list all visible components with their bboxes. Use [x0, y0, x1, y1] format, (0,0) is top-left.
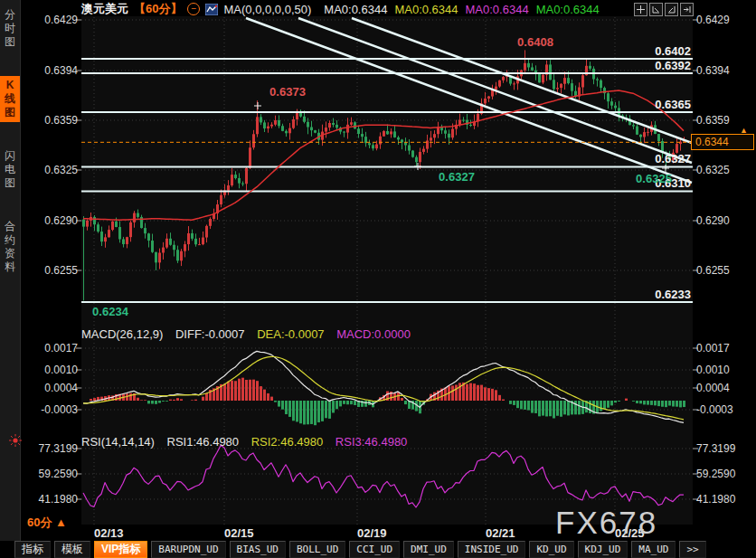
- chart-rect: [162, 401, 165, 402]
- toolbar-tab-boll_ud[interactable]: BOLL_UD: [289, 541, 345, 558]
- chart-rect: [603, 401, 606, 409]
- chart-rect: [118, 227, 121, 239]
- ma-values: MA0:0.6344MA0:0.6344MA0:0.6344MA0:0.6344: [317, 3, 599, 16]
- chart-rect: [657, 401, 660, 406]
- chart-rect: [299, 113, 302, 117]
- toolbar-tab-inside_ud[interactable]: INSIDE_UD: [458, 541, 526, 558]
- chart-rect: [545, 401, 548, 416]
- chart-rect: [513, 401, 515, 405]
- chart-rect: [607, 93, 610, 101]
- chart-rect: [430, 137, 432, 140]
- chart-rect: [379, 137, 382, 145]
- chart-rect: [542, 75, 544, 83]
- axis-label: 59.2590: [696, 468, 754, 480]
- toolbar-tab-kdj_ud[interactable]: KDJ_UD: [578, 541, 628, 558]
- chart-rect: [556, 88, 559, 89]
- time-label: 02/15: [224, 526, 254, 540]
- toolbar-tab-ma_ud[interactable]: MA_UD: [631, 541, 676, 558]
- chart-rect: [346, 401, 349, 404]
- macd-value: MACD:0.0000: [336, 327, 411, 341]
- chart-rect: [310, 401, 313, 424]
- chart-rect: [158, 252, 161, 262]
- axis-label: 0.0004: [696, 382, 754, 394]
- macd-header: MACD(26,12,9) DIFF:-0.0007 DEA:-0.0007 M…: [81, 327, 420, 341]
- chart-rect: [618, 401, 620, 402]
- chart-rect: [180, 399, 183, 401]
- price-annotation: 0.6327: [439, 170, 475, 184]
- chart-rect: [520, 401, 523, 409]
- sidebar-item-4[interactable]: 合约资料: [0, 217, 20, 277]
- chart-rect: [238, 379, 241, 401]
- sidebar-item-2[interactable]: K线图: [0, 76, 20, 122]
- toolbar-tab-[interactable]: 模板: [54, 541, 90, 558]
- chart-rect: [285, 401, 288, 414]
- axis-label: -0.0003: [22, 403, 78, 416]
- chart-rect: [314, 401, 317, 425]
- scroll-latest-arrow[interactable]: ▲: [740, 126, 748, 135]
- chart-rect: [147, 401, 150, 403]
- toolbar-tab-[interactable]: 指标: [14, 541, 51, 558]
- axis-label: 0.6429: [696, 14, 754, 26]
- collapse-icon[interactable]: −: [187, 3, 200, 15]
- sidebar-item-1[interactable]: 分时图: [0, 5, 20, 52]
- chart-rect: [173, 245, 175, 250]
- toolbar-tab-[interactable]: >>: [679, 541, 705, 558]
- chart-rect: [589, 66, 591, 69]
- sidebar-item-char: 图: [5, 176, 15, 190]
- chart-rect: [639, 135, 642, 137]
- sidebar-item-char: K: [6, 79, 14, 92]
- toolbar-tab-vip[interactable]: VIP指标: [94, 541, 147, 558]
- toolbar-tab-cci_ud[interactable]: CCI_UD: [349, 541, 400, 558]
- chart-rect: [155, 252, 157, 263]
- chart-rect: [151, 401, 154, 404]
- chart-rect: [498, 80, 501, 87]
- toolbar-tab-barupdn_ud[interactable]: BARUPDN_UD: [151, 541, 225, 558]
- sidebar-item-3[interactable]: 闪电图: [0, 147, 20, 193]
- scale-x-icon[interactable]: [649, 3, 663, 16]
- chart-rect: [191, 400, 194, 401]
- chart-rect: [249, 147, 251, 168]
- chart-rect: [498, 395, 501, 401]
- chart-rect: [534, 401, 537, 413]
- chart-rect: [335, 125, 338, 128]
- scale-reset-icon[interactable]: [680, 3, 694, 16]
- timeframe-label[interactable]: 60分 ▲: [27, 515, 67, 531]
- chart-rect: [317, 401, 320, 422]
- pan-icon[interactable]: [634, 3, 647, 16]
- chart-rect: [97, 224, 99, 232]
- chart-rect: [126, 237, 128, 244]
- chart-rect: [422, 149, 425, 152]
- chart-rect: [205, 393, 208, 401]
- ma-settings-label: MA(0,0,0,0,0,50): [223, 3, 311, 16]
- sidebar-item-char: 分: [5, 8, 15, 22]
- toolbar-tab-bias_ud[interactable]: BIAS_UD: [230, 541, 286, 558]
- chart-rect: [122, 239, 125, 244]
- toolbar-tab-kd_ud[interactable]: KD_UD: [529, 541, 573, 558]
- chart-rect: [234, 381, 237, 401]
- scale-y-icon[interactable]: [665, 3, 678, 16]
- chart-rect: [553, 401, 555, 418]
- chart-rect: [495, 390, 497, 401]
- chart-rect: [339, 401, 342, 406]
- alert-icon[interactable]: [8, 433, 23, 451]
- ma-value-3: MA0:0.6344: [536, 3, 600, 16]
- chart-rect: [354, 401, 356, 405]
- time-label: 02/19: [357, 526, 387, 540]
- chart-canvas[interactable]: [0, 0, 756, 541]
- axis-label: 0.6325: [22, 164, 78, 176]
- chart-rect: [93, 398, 96, 401]
- chart-rect: [231, 381, 233, 401]
- chart-rect: [643, 401, 646, 404]
- watermark: FX678: [555, 505, 657, 541]
- chart-rect: [151, 241, 154, 252]
- toolbar-tab-dmi_ud[interactable]: DMI_UD: [403, 541, 454, 558]
- rsi1-value: RSI1:46.4980: [167, 435, 240, 449]
- chart-rect: [563, 401, 566, 414]
- axis-label: 0.6359: [696, 114, 754, 127]
- chart-rect: [158, 401, 161, 403]
- chart-rect: [278, 401, 280, 407]
- chart-rect: [180, 251, 183, 261]
- chart-type-icon[interactable]: [205, 4, 218, 15]
- chart-rect: [647, 132, 649, 133]
- chart-rect: [260, 117, 262, 122]
